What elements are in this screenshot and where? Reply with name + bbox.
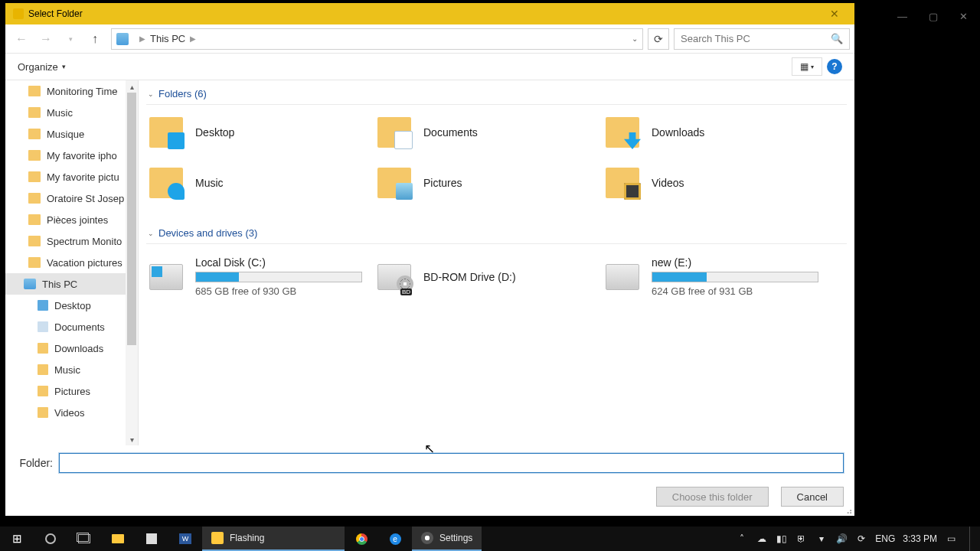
battery-icon[interactable]: ▮▯	[776, 533, 788, 544]
edge-pin[interactable]: e	[378, 527, 412, 551]
usage-bar	[652, 272, 818, 282]
tree-item[interactable]: My favorite pictu	[5, 166, 138, 187]
folder-icon	[28, 193, 41, 204]
folder-item[interactable]: Desktop	[146, 114, 374, 151]
folder-item[interactable]: Music	[146, 165, 374, 201]
clock[interactable]: 3:33 PM	[903, 533, 937, 544]
folder-icon	[28, 107, 41, 118]
tree-item[interactable]: Monitoring Time	[5, 80, 138, 102]
address-bar[interactable]: ▶ This PC ▶ ⌄	[111, 28, 643, 50]
titlebar[interactable]: Select Folder ✕	[5, 3, 854, 24]
resize-grip-icon[interactable]: ⣠	[846, 504, 853, 514]
cortana-button[interactable]	[34, 527, 67, 551]
tree-item[interactable]: Videos	[5, 402, 138, 423]
select-folder-dialog: Select Folder ✕ ← → ▾ ↑ ▶ This PC ▶ ⌄ ⟳ …	[5, 3, 854, 516]
folder-icon	[38, 300, 48, 311]
tree-item[interactable]: Pièces jointes	[5, 209, 138, 230]
organize-menu[interactable]: Organize ▾	[18, 61, 66, 73]
task-view-button[interactable]	[67, 527, 101, 551]
scroll-up-button[interactable]: ▴	[126, 80, 138, 93]
nav-up-button[interactable]: ↑	[83, 28, 106, 50]
tree-item[interactable]: Vacation pictures	[5, 252, 138, 273]
volume-icon[interactable]: 🔊	[835, 533, 848, 544]
search-icon[interactable]: 🔍	[831, 33, 843, 44]
tree-item[interactable]: My favorite ipho	[5, 145, 138, 166]
refresh-button[interactable]: ⟳	[648, 28, 669, 50]
tree-item[interactable]: Downloads	[5, 337, 138, 359]
folder-icon	[28, 257, 41, 268]
word-pin[interactable]: W	[168, 527, 202, 551]
taskbar[interactable]: ⊞ W Flashing e Settings ˄ ☁ ▮▯ ⛨ ▾ 🔊 ⟳ E…	[0, 527, 980, 551]
show-desktop-button[interactable]	[969, 527, 974, 551]
tree-item[interactable]: Documents	[5, 316, 138, 337]
drive-item[interactable]: BD-ROM Drive (D:)	[374, 253, 603, 300]
drive-icon	[606, 264, 639, 290]
tree-item[interactable]: Pictures	[5, 380, 138, 402]
drive-item[interactable]: Local Disk (C:)685 GB free of 930 GB	[146, 253, 374, 300]
chrome-pin[interactable]	[345, 527, 378, 551]
tray-overflow-icon[interactable]: ˄	[736, 533, 748, 544]
view-mode-button[interactable]: ▦ ▾	[792, 57, 822, 76]
drive-name: Local Disk (C:)	[195, 256, 371, 269]
nav-back-button[interactable]: ←	[10, 28, 33, 50]
tree-item[interactable]: Music	[5, 102, 138, 123]
choose-folder-button[interactable]: Choose this folder	[656, 487, 769, 507]
maximize-icon[interactable]: ▢	[929, 11, 938, 22]
folder-item[interactable]: Downloads	[603, 114, 831, 151]
tree-item[interactable]: Desktop	[5, 295, 138, 316]
start-button[interactable]: ⊞	[0, 527, 34, 551]
group-folders-header[interactable]: ⌄ Folders (6)	[146, 83, 847, 105]
search-box[interactable]: 🔍	[674, 28, 850, 50]
help-button[interactable]: ?	[827, 59, 842, 74]
cancel-button[interactable]: Cancel	[781, 487, 844, 507]
folder-name: Desktop	[195, 126, 371, 139]
tree-item[interactable]: Oratoire St Josep	[5, 187, 138, 209]
search-input[interactable]	[681, 33, 831, 44]
folder-icon	[606, 168, 639, 198]
task-settings[interactable]: Settings	[412, 527, 482, 551]
folder-name: Pictures	[423, 177, 599, 189]
content-pane[interactable]: ⌄ Folders (6) DesktopDocumentsDownloadsM…	[139, 80, 854, 445]
tree-item[interactable]: Musique	[5, 123, 138, 145]
chevron-right-icon: ▶	[139, 34, 145, 43]
system-tray[interactable]: ˄ ☁ ▮▯ ⛨ ▾ 🔊 ⟳ ENG 3:33 PM ▭	[736, 527, 980, 551]
tree-item-this-pc[interactable]: This PC	[5, 273, 138, 295]
close-button[interactable]: ✕	[819, 8, 850, 20]
tree-item[interactable]: Music	[5, 359, 138, 380]
folder-item[interactable]: Pictures	[374, 165, 603, 201]
breadcrumb-location[interactable]: This PC	[150, 33, 185, 44]
nav-recent-dropdown[interactable]: ▾	[59, 28, 82, 50]
scroll-down-button[interactable]: ▾	[126, 433, 138, 445]
onedrive-icon[interactable]: ☁	[756, 533, 768, 544]
drive-icon	[149, 264, 183, 290]
drive-icon	[377, 264, 411, 290]
close-icon[interactable]: ✕	[959, 11, 968, 22]
sync-icon[interactable]: ⟳	[855, 533, 867, 544]
network-icon[interactable]: ▾	[815, 533, 828, 544]
minimize-icon[interactable]: —	[897, 11, 907, 22]
drive-item[interactable]: new (E:)624 GB free of 931 GB	[603, 253, 831, 300]
folder-icon	[38, 321, 48, 332]
notifications-icon[interactable]: ▭	[945, 533, 957, 544]
file-explorer-pin[interactable]	[101, 527, 135, 551]
folder-icon	[606, 117, 639, 148]
store-pin[interactable]	[135, 527, 168, 551]
address-dropdown-icon[interactable]: ⌄	[632, 34, 638, 43]
language-indicator[interactable]: ENG	[875, 533, 895, 544]
folder-icon	[377, 117, 411, 148]
folder-item[interactable]: Videos	[603, 165, 831, 201]
toolbar: Organize ▾ ▦ ▾ ?	[5, 54, 854, 80]
folder-input[interactable]	[59, 453, 844, 473]
folder-name: Music	[195, 177, 371, 189]
task-flashing[interactable]: Flashing	[202, 527, 345, 551]
scrollbar-thumb[interactable]	[127, 93, 136, 345]
group-drives-header[interactable]: ⌄ Devices and drives (3)	[146, 223, 847, 244]
defender-icon[interactable]: ⛨	[795, 533, 808, 544]
nav-row: ← → ▾ ↑ ▶ This PC ▶ ⌄ ⟳ 🔍	[5, 24, 854, 54]
nav-tree[interactable]: ▴ ▾ Monitoring TimeMusicMusiqueMy favori…	[5, 80, 139, 445]
tree-item[interactable]: Spectrum Monito	[5, 230, 138, 252]
folder-icon	[377, 168, 411, 198]
folder-icon	[28, 129, 41, 139]
folder-item[interactable]: Documents	[374, 114, 603, 151]
nav-forward-button[interactable]: →	[34, 28, 57, 50]
